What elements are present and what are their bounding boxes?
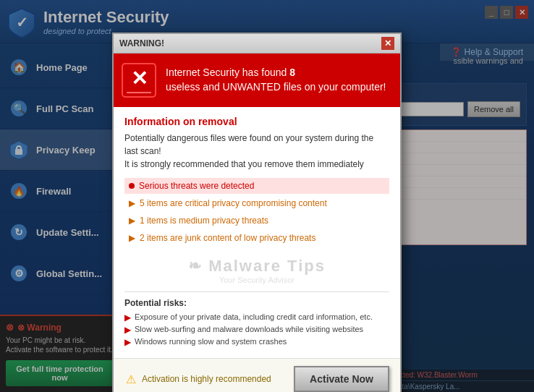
alert-count: 8 [289, 67, 295, 78]
threat-item-3: ▶ 2 items are junk content of low privac… [124, 230, 389, 246]
risks-title: Potential risks: [124, 298, 389, 308]
risk-arrow-0: ▶ [124, 312, 131, 323]
dialog-title: WARNING! [119, 38, 164, 48]
watermark-main: ❧ Malware Tips [128, 257, 386, 276]
threat-text-1: 5 items are critical privacy compromisin… [140, 198, 327, 208]
alert-text: Internet Security has found 8 useless an… [166, 66, 386, 94]
risk-arrow-2: ▶ [124, 337, 131, 347]
alert-banner: ✕ Internet Security has found 8 useless … [114, 54, 400, 107]
risk-text-1: Slow web-surfing and malware downloads w… [135, 325, 363, 333]
risk-item-2: ▶ Windows running slow and system crashe… [124, 337, 389, 347]
dialog-desc: Potentially dangerous files were found o… [124, 132, 389, 171]
app-window: ✓ Internet Security designed to protect … [0, 0, 534, 392]
risk-item-1: ▶ Slow web-surfing and malware downloads… [124, 325, 389, 335]
arrow-icon-1: ▶ [129, 198, 135, 208]
svg-text:✕: ✕ [131, 67, 148, 90]
dialog-titlebar: WARNING! ✕ [114, 34, 400, 54]
risk-arrow-1: ▶ [124, 325, 131, 335]
activation-warning-text: Activation is highly recommended [142, 374, 271, 384]
threat-item-2: ▶ 1 items is medium privacy threats [124, 213, 389, 229]
risk-text-2: Windows running slow and system crashes [135, 337, 287, 346]
bullet-red [129, 183, 135, 189]
threat-text-0: Serious threats were detected [139, 181, 254, 191]
threat-text-3: 2 items are junk content of low privacy … [140, 233, 315, 243]
arrow-icon-3: ▶ [129, 233, 135, 243]
dialog-close-button[interactable]: ✕ [381, 37, 394, 50]
threat-text-2: 1 items is medium privacy threats [140, 216, 268, 226]
alert-icon: ✕ [121, 62, 157, 98]
desc-line-2: It is strongly recommended that you remo… [124, 159, 364, 169]
activation-warning: ⚠ Activation is highly recommended [124, 372, 271, 385]
threat-list: Serious threats were detected ▶ 5 items … [124, 178, 389, 246]
alert-prefix: Internet Security has found [166, 67, 289, 78]
risks-section: Potential risks: ▶ Exposure of your priv… [124, 291, 389, 347]
warning-triangle-icon: ⚠ [124, 372, 137, 385]
risk-text-0: Exposure of your private data, including… [135, 312, 373, 321]
activation-row: ⚠ Activation is highly recommended Activ… [114, 358, 400, 392]
threat-item-1: ▶ 5 items are critical privacy compromis… [124, 195, 389, 211]
section-title: Information on removal [124, 116, 389, 127]
risk-item-0: ▶ Exposure of your private data, includi… [124, 312, 389, 323]
desc-line-1: Potentially dangerous files were found o… [124, 133, 373, 156]
activate-now-button[interactable]: Activate Now [294, 366, 389, 392]
threat-item-critical: Serious threats were detected [124, 178, 389, 194]
dialog-body: Information on removal Potentially dange… [114, 107, 400, 358]
alert-suffix: useless and UNWANTED files on your compu… [166, 81, 386, 93]
watermark: ❧ Malware Tips Your Security Advisor [124, 253, 389, 288]
arrow-icon-2: ▶ [129, 216, 135, 226]
warning-dialog: WARNING! ✕ ✕ Internet Security has found… [112, 33, 402, 392]
watermark-sub: Your Security Advisor [128, 276, 386, 284]
